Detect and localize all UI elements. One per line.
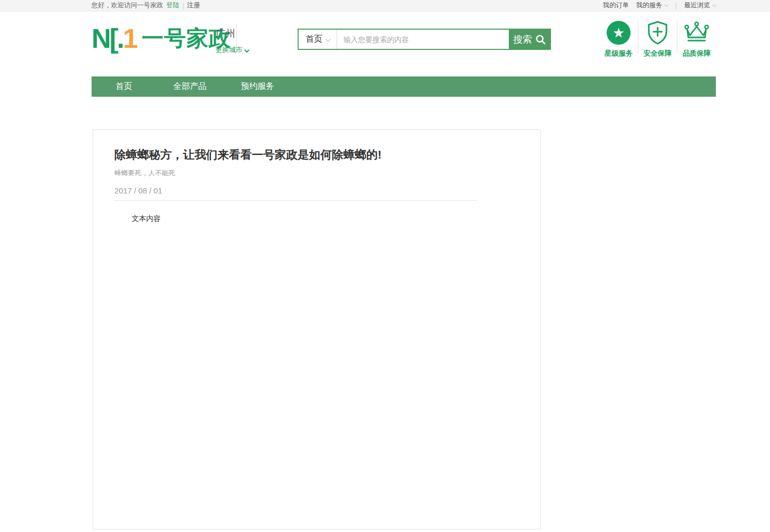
star-icon: ★ xyxy=(607,21,631,45)
article-subtitle: 蟑螂要死，人不能死 xyxy=(114,169,540,177)
recent-views-menu[interactable]: 最近浏览 xyxy=(684,1,716,10)
chevron-down-icon xyxy=(245,47,250,53)
badge-quality-guarantee[interactable]: 品质保障 xyxy=(678,20,715,58)
search-bar: 首页 搜索 xyxy=(298,29,551,50)
search-category-dropdown[interactable]: 首页 xyxy=(299,30,337,49)
city-selector: 广州 更换城市 xyxy=(215,27,249,55)
chevron-down-icon xyxy=(712,3,716,7)
badge-divider xyxy=(638,21,638,54)
chevron-down-icon xyxy=(325,37,330,42)
topbar-separator: | xyxy=(183,2,184,9)
badge-divider xyxy=(677,21,677,54)
greeting-text: 您好，欢迎访问一号家政 xyxy=(92,1,163,10)
article-divider xyxy=(114,200,477,201)
badge-label: 星级服务 xyxy=(600,49,637,58)
article-card: 除蟑螂秘方，让我们来看看一号家政是如何除蟑螂的! 蟑螂要死，人不能死 2017 … xyxy=(93,129,541,529)
nav-item-all-products[interactable]: 全部产品 xyxy=(173,81,207,92)
badge-star-service[interactable]: ★ 星级服务 xyxy=(600,20,637,58)
login-link[interactable]: 登陆 xyxy=(166,1,179,10)
badge-label: 品质保障 xyxy=(678,49,715,58)
article-title: 除蟑螂秘方，让我们来看看一号家政是如何除蟑螂的! xyxy=(114,147,540,163)
nav-item-home[interactable]: 首页 xyxy=(116,81,132,92)
site-header: N[.1 一号家政 广州 更换城市 首页 搜索 xyxy=(0,11,770,76)
my-services-menu[interactable]: 我的服务 xyxy=(636,1,668,10)
nav-item-booking[interactable]: 预约服务 xyxy=(241,81,274,92)
logo-no1-text: N[.1 xyxy=(92,24,136,53)
chevron-down-icon xyxy=(664,3,669,7)
article-date: 2017 / 08 / 01 xyxy=(114,186,540,195)
register-link[interactable]: 注册 xyxy=(187,1,200,10)
search-input[interactable] xyxy=(337,30,509,49)
trust-badges: ★ 星级服务 安全保障 xyxy=(600,20,715,58)
main-nav: 首页 全部产品 预约服务 xyxy=(92,76,716,97)
search-button-label: 搜索 xyxy=(514,33,532,46)
badge-safety-guarantee[interactable]: 安全保障 xyxy=(639,20,676,58)
badge-label: 安全保障 xyxy=(639,49,676,58)
current-city: 广州 xyxy=(215,27,249,41)
change-city-label: 更换城市 xyxy=(215,45,242,55)
shield-plus-icon xyxy=(646,20,670,45)
topbar: 您好，欢迎访问一号家政 登陆 | 注册 我的订单 我的服务 | 最近浏览 xyxy=(0,0,770,11)
crown-icon xyxy=(682,20,711,45)
recent-views-label: 最近浏览 xyxy=(684,2,710,9)
search-category-label: 首页 xyxy=(306,34,323,45)
my-orders-link[interactable]: 我的订单 xyxy=(603,1,629,10)
search-button[interactable]: 搜索 xyxy=(509,30,550,49)
topbar-separator: | xyxy=(675,2,677,9)
search-icon xyxy=(535,34,546,45)
change-city-button[interactable]: 更换城市 xyxy=(215,45,249,55)
article-body-text: 文本内容 xyxy=(132,214,540,224)
my-services-label: 我的服务 xyxy=(636,2,662,9)
